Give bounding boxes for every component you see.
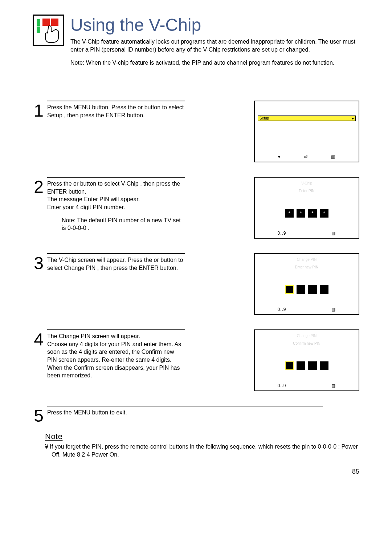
screen-footer-icons: ▾ ⏎ ▥: [255, 154, 359, 159]
screen-title: Change PIN: [258, 334, 356, 338]
menu-arrow-icon: ▸: [352, 116, 354, 120]
step-text: The Change PIN screen will appear. Choos…: [47, 332, 185, 380]
step-body: Press the or button to select V-Chip , t…: [47, 177, 185, 232]
step-number: 3: [33, 253, 44, 272]
screen-title: Change PIN: [258, 258, 356, 262]
step-subnote: Note: The default PIN number of a new TV…: [47, 216, 185, 232]
screen-setup: Setup ▸ ▾ ⏎ ▥: [254, 101, 359, 162]
page: Using the V-Chip The V-Chip feature auto…: [0, 0, 392, 483]
pin-digit: [285, 361, 294, 370]
pin-digit: [308, 361, 317, 370]
digits-icon: 0..9: [277, 383, 286, 388]
screen-confirm-pin: Change PIN Confirm new PIN 0..9 ▥: [254, 329, 359, 391]
pin-digit: [320, 361, 328, 370]
pin-digit: *: [285, 209, 294, 218]
digits-icon: 0..9: [277, 307, 286, 312]
pin-digit: [285, 285, 294, 294]
step-5: 5 Press the MENU button to exit.: [33, 406, 359, 425]
exit-icon: ▥: [331, 154, 335, 159]
step-2: 2 Press the or button to select V-Chip ,…: [33, 177, 359, 239]
exit-icon: ▥: [331, 231, 336, 236]
screen-prompt: Confirm new PIN: [258, 341, 356, 345]
page-title: Using the V-Chip: [70, 16, 359, 34]
pin-digit: *: [308, 209, 317, 218]
header-text: Using the V-Chip The V-Chip feature auto…: [70, 15, 359, 72]
menu-label: Setup: [260, 116, 269, 120]
pin-row: [258, 361, 356, 370]
step-body: The Change PIN screen will appear. Choos…: [47, 329, 185, 380]
page-number: 85: [33, 468, 359, 475]
step-number: 5: [33, 406, 44, 425]
step-text: The V-Chip screen will appear. Press the…: [47, 256, 185, 272]
exit-icon: ▥: [331, 307, 336, 312]
pin-digit: [297, 285, 305, 294]
pin-row: [258, 285, 356, 294]
enter-icon: ⏎: [304, 154, 308, 159]
move-icon: ▾: [278, 154, 281, 159]
step-body: The V-Chip screen will appear. Press the…: [47, 253, 185, 272]
step-text: Press the or button to select V-Chip , t…: [47, 180, 185, 211]
note-heading: Note: [45, 432, 359, 441]
pin-digit: *: [297, 209, 305, 218]
screen-prompt: Enter PIN: [258, 189, 356, 193]
pin-digit: *: [320, 209, 328, 218]
header-row: Using the V-Chip The V-Chip feature auto…: [33, 15, 359, 72]
intro-paragraph: The V-Chip feature automatically locks o…: [70, 38, 359, 53]
step-number: 2: [33, 177, 44, 232]
vchip-touch-icon: [33, 15, 64, 46]
step-text: Press the MENU button. Press the or butt…: [47, 104, 185, 119]
step-text: Press the MENU button to exit.: [47, 409, 323, 417]
exit-icon: ▥: [331, 383, 336, 388]
step-1: 1 Press the MENU button. Press the or bu…: [33, 101, 359, 162]
step-4: 4 The Change PIN screen will appear. Cho…: [33, 329, 359, 391]
pin-digit: [297, 361, 305, 370]
intro-note: Note: When the V-chip feature is activat…: [70, 59, 359, 67]
screen-footer-icons: 0..9 ▥: [255, 383, 359, 388]
screen-footer-icons: 0..9 ▥: [255, 307, 359, 312]
screen-prompt: Enter new PIN: [258, 265, 356, 269]
screen-footer-icons: 0..9 ▥: [255, 231, 359, 236]
screen-change-pin: Change PIN Enter new PIN 0..9 ▥: [254, 253, 359, 315]
pin-row: * * * *: [258, 209, 356, 218]
step-number: 4: [33, 329, 44, 380]
screen-title: V-Chip: [258, 181, 356, 185]
screen-enter-pin: V-Chip Enter PIN * * * * 0..9 ▥: [254, 177, 359, 239]
step-body: Press the MENU button to exit.: [47, 406, 323, 425]
digits-icon: 0..9: [277, 231, 286, 236]
pin-digit: [320, 285, 328, 294]
pin-digit: [308, 285, 317, 294]
step-body: Press the MENU button. Press the or butt…: [47, 101, 185, 119]
step-number: 1: [33, 101, 44, 119]
note-body: ¥ If you forget the PIN, press the remot…: [45, 443, 359, 458]
step-3: 3 The V-Chip screen will appear. Press t…: [33, 253, 359, 315]
steps: 1 Press the MENU button. Press the or bu…: [33, 101, 359, 425]
menu-item-selected: Setup ▸: [258, 116, 356, 121]
